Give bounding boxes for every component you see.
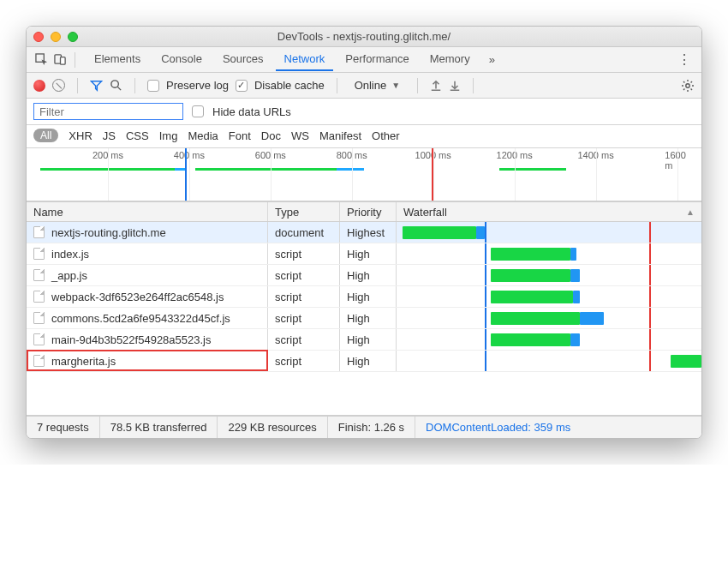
window-minimize-button[interactable]	[51, 32, 61, 42]
throttle-dropdown[interactable]: Online ▼	[349, 79, 405, 92]
filter-type-ws[interactable]: WS	[291, 129, 309, 142]
request-name: webpack-3df6523e264ff2ac6548.js	[51, 291, 224, 303]
waterfall-cell	[397, 329, 701, 350]
sort-arrow-icon: ▲	[686, 207, 695, 217]
status-finish: Finish: 1.26 s	[328, 417, 415, 438]
file-icon	[33, 355, 45, 367]
filter-toggle-icon[interactable]	[90, 80, 103, 92]
request-priority: High	[340, 351, 397, 371]
file-icon	[33, 226, 45, 238]
tab-memory[interactable]: Memory	[421, 48, 479, 71]
disable-cache-checkbox[interactable]	[236, 80, 248, 92]
filter-type-all[interactable]: All	[33, 129, 58, 142]
filter-type-doc[interactable]: Doc	[261, 129, 281, 142]
request-priority: High	[340, 265, 397, 285]
filter-type-media[interactable]: Media	[188, 129, 218, 142]
filter-type-xhr[interactable]: XHR	[69, 129, 92, 142]
devtools-window: DevTools - nextjs-routing.glitch.me/ Ele…	[26, 26, 702, 439]
window-maximize-button[interactable]	[68, 32, 78, 42]
request-priority: High	[340, 308, 397, 328]
file-icon	[33, 291, 45, 303]
hide-data-urls-checkbox[interactable]	[192, 105, 204, 117]
clear-button[interactable]	[52, 79, 65, 92]
file-icon	[33, 312, 45, 324]
chevron-down-icon: ▼	[391, 81, 400, 90]
request-type: script	[268, 351, 340, 371]
timeline-overview[interactable]: 200 ms400 ms600 ms800 ms1000 ms1200 ms14…	[27, 148, 701, 201]
hide-data-urls-label: Hide data URLs	[212, 105, 291, 118]
settings-gear-icon[interactable]	[681, 79, 695, 93]
filter-type-manifest[interactable]: Manifest	[319, 129, 361, 142]
request-priority: High	[340, 329, 397, 350]
window-close-button[interactable]	[33, 32, 44, 42]
tab-network[interactable]: Network	[276, 48, 334, 71]
table-header: Name Type Priority Waterfall ▲	[27, 201, 701, 222]
network-toolbar: Preserve log Disable cache Online ▼	[27, 73, 701, 99]
tab-sources[interactable]: Sources	[214, 48, 272, 71]
tab-performance[interactable]: Performance	[337, 48, 417, 71]
status-transferred: 78.5 KB transferred	[100, 417, 218, 438]
request-name: _app.js	[51, 269, 87, 282]
filter-types: All XHR JS CSS Img Media Font Doc WS Man…	[27, 125, 701, 148]
request-name: index.js	[51, 248, 89, 261]
table-row[interactable]: index.jsscriptHigh	[27, 243, 701, 265]
file-icon	[33, 269, 45, 281]
table-row[interactable]: nextjs-routing.glitch.medocumentHighest	[27, 222, 701, 243]
col-header-type[interactable]: Type	[268, 202, 340, 221]
table-row[interactable]: _app.jsscriptHigh	[27, 265, 701, 286]
table-row[interactable]: commons.5cd2a6fe9543322d45cf.jsscriptHig…	[27, 308, 701, 329]
request-type: document	[268, 222, 340, 243]
filter-type-font[interactable]: Font	[229, 129, 251, 142]
record-button[interactable]	[33, 80, 45, 92]
file-icon	[33, 248, 45, 260]
search-icon[interactable]	[110, 79, 122, 92]
inspect-element-icon[interactable]	[32, 51, 51, 69]
request-type: script	[268, 286, 340, 307]
throttle-value: Online	[355, 79, 387, 92]
request-name: nextjs-routing.glitch.me	[51, 226, 166, 239]
col-header-priority[interactable]: Priority	[340, 202, 397, 221]
preserve-log-checkbox[interactable]	[147, 80, 159, 92]
filter-type-js[interactable]: JS	[103, 129, 116, 142]
device-toggle-icon[interactable]	[51, 51, 69, 69]
request-name: margherita.js	[51, 355, 116, 368]
tab-console[interactable]: Console	[152, 48, 211, 71]
status-dcl: DOMContentLoaded: 359 ms	[415, 417, 581, 438]
more-menu-icon[interactable]: ⋮	[677, 51, 691, 68]
tabs-overflow-icon[interactable]: »	[482, 50, 502, 69]
download-har-icon[interactable]	[449, 80, 461, 92]
waterfall-cell	[397, 243, 701, 264]
waterfall-cell	[397, 286, 701, 307]
request-priority: High	[340, 286, 397, 307]
request-rows: nextjs-routing.glitch.medocumentHighesti…	[27, 222, 701, 416]
upload-har-icon[interactable]	[430, 80, 442, 92]
tab-elements[interactable]: Elements	[86, 48, 149, 71]
filter-type-css[interactable]: CSS	[126, 129, 149, 142]
request-name: commons.5cd2a6fe9543322d45cf.js	[51, 312, 230, 325]
table-row[interactable]: webpack-3df6523e264ff2ac6548.jsscriptHig…	[27, 286, 701, 308]
panel-tabs: Elements Console Sources Network Perform…	[86, 48, 502, 71]
filter-input[interactable]	[33, 103, 183, 120]
request-priority: Highest	[340, 222, 397, 243]
svg-line-4	[117, 87, 121, 90]
disable-cache-label: Disable cache	[254, 79, 325, 92]
waterfall-cell	[397, 222, 701, 243]
table-row[interactable]: main-9d4b3b522f54928a5523.jsscriptHigh	[27, 329, 701, 351]
request-type: script	[268, 308, 340, 328]
waterfall-cell	[397, 351, 701, 371]
col-header-waterfall[interactable]: Waterfall ▲	[397, 202, 701, 221]
main-tabbar: Elements Console Sources Network Perform…	[27, 47, 701, 73]
request-type: script	[268, 265, 340, 285]
filter-type-other[interactable]: Other	[372, 129, 400, 142]
titlebar: DevTools - nextjs-routing.glitch.me/	[27, 27, 701, 47]
preserve-log-label: Preserve log	[166, 79, 229, 92]
filter-type-img[interactable]: Img	[159, 129, 178, 142]
request-type: script	[268, 329, 340, 350]
table-row[interactable]: margherita.jsscriptHigh	[27, 351, 701, 372]
waterfall-cell	[397, 308, 701, 328]
svg-point-3	[111, 81, 118, 87]
col-header-name[interactable]: Name	[27, 202, 268, 221]
window-title: DevTools - nextjs-routing.glitch.me/	[27, 30, 701, 43]
status-requests: 7 requests	[27, 417, 100, 438]
status-bar: 7 requests 78.5 KB transferred 229 KB re…	[27, 416, 701, 438]
